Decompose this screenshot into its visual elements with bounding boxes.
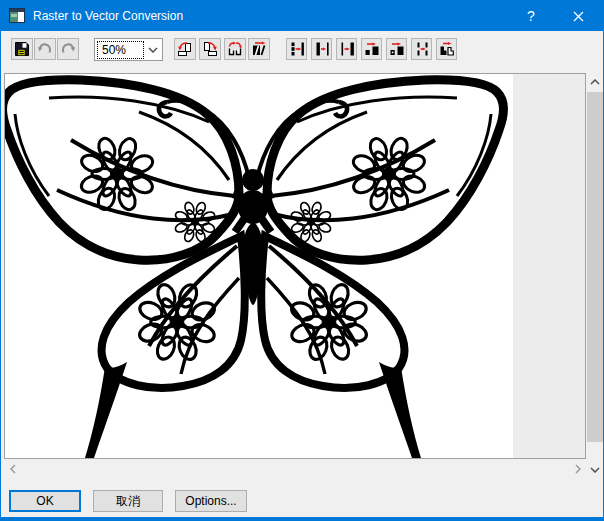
window-bottom-border xyxy=(1,517,603,520)
app-window-icon xyxy=(9,8,25,23)
rotate-cw-button[interactable] xyxy=(199,38,221,60)
options-button[interactable]: Options... xyxy=(175,490,247,512)
rotate-ccw-icon xyxy=(177,41,193,57)
titlebar: Raster to Vector Conversion ? xyxy=(1,1,603,31)
save-button[interactable] xyxy=(11,38,33,60)
close-x-icon xyxy=(573,11,584,22)
rotate-ccw-button[interactable] xyxy=(174,38,196,60)
butterfly-image xyxy=(5,74,513,458)
raster-to-vector-dialog: Raster to Vector Conversion ? xyxy=(0,0,604,521)
zoom-value: 50% xyxy=(97,41,144,59)
vertical-scrollbar[interactable] xyxy=(587,73,603,478)
undo-arrow-icon xyxy=(37,41,53,57)
preview-canvas xyxy=(4,73,586,459)
close-button[interactable] xyxy=(553,1,603,31)
cancel-button[interactable]: 取消 xyxy=(93,490,163,512)
window-title: Raster to Vector Conversion xyxy=(33,1,183,31)
fill-holes-button[interactable] xyxy=(386,38,407,60)
chevron-up-icon xyxy=(590,79,600,85)
rotate-cw-icon xyxy=(202,41,218,57)
merge-segments-button[interactable] xyxy=(286,38,307,60)
help-icon: ? xyxy=(527,8,535,24)
deskew-button[interactable] xyxy=(248,38,270,60)
redo-button[interactable] xyxy=(57,38,79,60)
chevron-left-icon xyxy=(10,464,16,474)
zoom-combobox[interactable]: 50% xyxy=(94,38,163,61)
help-button[interactable]: ? xyxy=(509,1,553,31)
connect-lines-button[interactable] xyxy=(411,38,432,60)
floppy-disk-icon xyxy=(14,41,30,57)
redo-arrow-icon xyxy=(60,41,76,57)
scale-object-icon xyxy=(364,41,380,57)
centerline-icon xyxy=(314,41,330,57)
scroll-left-button[interactable] xyxy=(4,461,21,477)
merge-segments-icon xyxy=(289,41,305,57)
chevron-down-icon[interactable] xyxy=(144,47,162,53)
scroll-right-button[interactable] xyxy=(569,461,586,477)
connect-lines-icon xyxy=(414,41,430,57)
rotate-180-button[interactable] xyxy=(224,38,246,60)
fill-holes-icon xyxy=(389,41,405,57)
scroll-up-button[interactable] xyxy=(587,73,603,90)
undo-button[interactable] xyxy=(34,38,56,60)
vertical-scrollbar-thumb[interactable] xyxy=(587,92,603,442)
horizontal-scrollbar[interactable] xyxy=(4,461,586,477)
preview-image-area xyxy=(5,74,513,458)
deskew-icon xyxy=(251,41,267,57)
scroll-down-button[interactable] xyxy=(587,461,603,478)
chevron-down-icon xyxy=(590,467,600,473)
scale-object-button[interactable] xyxy=(361,38,382,60)
toolbar: 50% xyxy=(1,31,603,73)
rotate-180-icon xyxy=(227,41,243,57)
centerline-button[interactable] xyxy=(311,38,332,60)
solid-to-outline-button[interactable] xyxy=(436,38,457,60)
outline-button[interactable] xyxy=(336,38,357,60)
solid-to-outline-icon xyxy=(439,41,455,57)
ok-button[interactable]: OK xyxy=(9,490,81,512)
thicken-outline-icon xyxy=(339,41,355,57)
chevron-right-icon xyxy=(575,464,581,474)
